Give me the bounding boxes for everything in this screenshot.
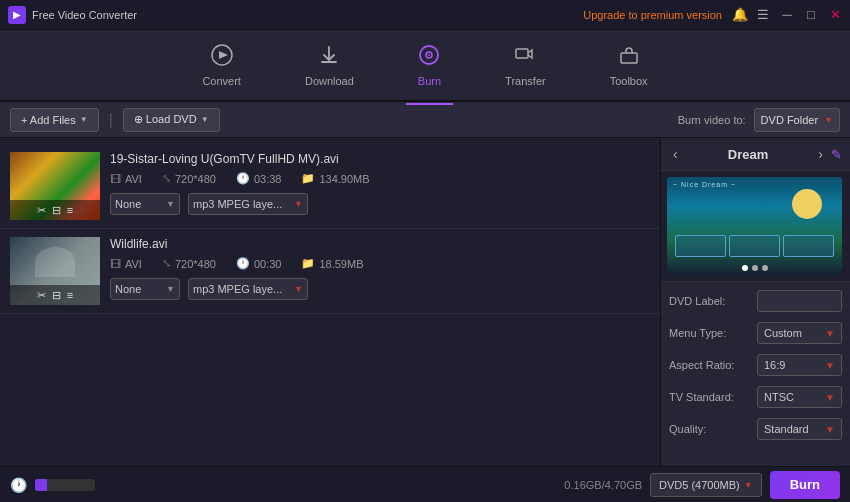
preview-panel-3 — [783, 235, 834, 257]
file-audio-select-1[interactable]: mp3 MPEG laye... ▼ — [188, 193, 308, 215]
menu-type-select[interactable]: Custom ▼ — [757, 322, 842, 344]
file-thumb-2: ✂ ⊟ ≡ — [10, 237, 100, 305]
file-controls-2: None ▼ mp3 MPEG laye... ▼ — [110, 278, 650, 300]
right-panel: ‹ Dream › ✎ ~ Nice Dream ~ — [660, 138, 850, 466]
preview-dot-1 — [742, 265, 748, 271]
file-dur-2: 🕐 00:30 — [236, 257, 282, 270]
menu-type-label: Menu Type: — [669, 327, 749, 339]
menu-icon[interactable]: ☰ — [756, 7, 770, 22]
menu-type-caret: ▼ — [825, 328, 835, 339]
toolbar-divider1: | — [109, 111, 113, 129]
film-icon-1: 🎞 — [110, 173, 121, 185]
toolbox-icon — [618, 44, 640, 71]
file-thumb-1: ✂ ⊟ ≡ — [10, 152, 100, 220]
download-icon — [318, 44, 340, 71]
file-meta-2: 🎞 AVI ⤡ 720*480 🕐 00:30 📁 18.59MB — [110, 257, 650, 270]
folder-icon-1: 📁 — [301, 172, 315, 185]
svg-marker-1 — [219, 51, 228, 59]
burn-video-select[interactable]: DVD Folder ▼ — [754, 108, 840, 132]
tv-standard-caret: ▼ — [825, 392, 835, 403]
load-dvd-button[interactable]: ⊕ Load DVD ▼ — [123, 108, 220, 132]
more-icon-1[interactable]: ≡ — [67, 204, 73, 216]
convert-icon — [211, 44, 233, 71]
theme-preview: ~ Nice Dream ~ — [661, 171, 850, 282]
file-thumb-overlay-2: ✂ ⊟ ≡ — [10, 285, 100, 305]
preview-panel-2 — [729, 235, 780, 257]
titlebar: ▶ Free Video Converter Upgrade to premiu… — [0, 0, 850, 30]
file-audio-select-2[interactable]: mp3 MPEG laye... ▼ — [188, 278, 308, 300]
tab-convert-label: Convert — [202, 75, 241, 87]
minimize-button[interactable]: ─ — [780, 7, 794, 22]
theme-nav-right: › ✎ — [814, 144, 842, 164]
app-icon: ▶ — [8, 6, 26, 24]
load-dvd-label: ⊕ Load DVD — [134, 113, 197, 126]
aspect-ratio-label: Aspect Ratio: — [669, 359, 749, 371]
preview-moon — [792, 189, 822, 219]
crop-icon-1[interactable]: ⊟ — [52, 204, 61, 217]
app-title: Free Video Converter — [32, 9, 137, 21]
file-meta-1: 🎞 AVI ⤡ 720*480 🕐 03:38 📁 134.90MB — [110, 172, 650, 185]
preview-dot-2 — [752, 265, 758, 271]
file-format-2: 🎞 AVI — [110, 258, 142, 270]
theme-nav: ‹ Dream › ✎ — [661, 138, 850, 171]
theme-edit-button[interactable]: ✎ — [831, 147, 842, 162]
preview-panels — [675, 235, 834, 257]
file-res-2: ⤡ 720*480 — [162, 257, 216, 270]
burn-button[interactable]: Burn — [770, 471, 840, 499]
file-effect-select-2[interactable]: None ▼ — [110, 278, 180, 300]
tab-toolbox[interactable]: Toolbox — [598, 36, 660, 95]
resize-icon-1: ⤡ — [162, 172, 171, 185]
clock-icon-2: 🕐 — [236, 257, 250, 270]
upgrade-link[interactable]: Upgrade to premium version — [583, 9, 722, 21]
theme-prev-button[interactable]: ‹ — [669, 144, 682, 164]
more-icon-2[interactable]: ≡ — [67, 289, 73, 301]
tab-burn[interactable]: Burn — [406, 36, 453, 95]
tab-download[interactable]: Download — [293, 36, 366, 95]
audio-caret-2: ▼ — [294, 284, 303, 294]
bell-icon[interactable]: 🔔 — [732, 7, 746, 22]
tv-standard-select[interactable]: NTSC ▼ — [757, 386, 842, 408]
resize-icon-2: ⤡ — [162, 257, 171, 270]
titlebar-right: Upgrade to premium version 🔔 ☰ ─ □ ✕ — [583, 7, 842, 22]
effect-caret-1: ▼ — [166, 199, 175, 209]
burn-icon — [418, 44, 440, 71]
quality-label: Quality: — [669, 423, 749, 435]
file-name-1: 19-Sistar-Loving U(GomTV FullHD MV).avi — [110, 152, 650, 166]
preview-dot-3 — [762, 265, 768, 271]
film-icon-2: 🎞 — [110, 258, 121, 270]
add-files-button[interactable]: + Add Files ▼ — [10, 108, 99, 132]
nav-tabs: Convert Download Burn Transfer — [0, 30, 850, 102]
disc-type-select[interactable]: DVD5 (4700MB) ▼ — [650, 473, 762, 497]
file-name-2: Wildlife.avi — [110, 237, 650, 251]
disc-type-label: DVD5 (4700MB) — [659, 479, 740, 491]
file-size-1: 📁 134.90MB — [301, 172, 369, 185]
clock-bottom-icon[interactable]: 🕐 — [10, 477, 27, 493]
load-dvd-caret: ▼ — [201, 115, 209, 124]
close-button[interactable]: ✕ — [828, 7, 842, 22]
scissors-icon-2[interactable]: ✂ — [37, 289, 46, 302]
theme-name: Dream — [728, 147, 768, 162]
quality-select[interactable]: Standard ▼ — [757, 418, 842, 440]
maximize-button[interactable]: □ — [804, 7, 818, 22]
preview-title-text: ~ Nice Dream ~ — [673, 181, 736, 188]
dvd-settings: DVD Label: Menu Type: Custom ▼ Aspect Ra… — [661, 282, 850, 466]
aspect-ratio-select[interactable]: 16:9 ▼ — [757, 354, 842, 376]
dvd-label-row: DVD Label: — [669, 290, 842, 312]
theme-next-button[interactable]: › — [814, 144, 827, 164]
crop-icon-2[interactable]: ⊟ — [52, 289, 61, 302]
dvd-label-input[interactable] — [757, 290, 842, 312]
tab-transfer[interactable]: Transfer — [493, 36, 558, 95]
burn-video-label: Burn video to: — [678, 114, 746, 126]
storage-info: 0.16GB/4.70GB — [564, 479, 642, 491]
tab-convert[interactable]: Convert — [190, 36, 253, 95]
file-res-1: ⤡ 720*480 — [162, 172, 216, 185]
menu-type-row: Menu Type: Custom ▼ — [669, 322, 842, 344]
file-info-2: Wildlife.avi 🎞 AVI ⤡ 720*480 🕐 00:30 — [110, 237, 650, 300]
file-effect-select-1[interactable]: None ▼ — [110, 193, 180, 215]
add-files-caret: ▼ — [80, 115, 88, 124]
transfer-icon — [514, 44, 536, 71]
folder-icon-2: 📁 — [301, 257, 315, 270]
dvd-label-label: DVD Label: — [669, 295, 749, 307]
scissors-icon-1[interactable]: ✂ — [37, 204, 46, 217]
tab-toolbox-label: Toolbox — [610, 75, 648, 87]
